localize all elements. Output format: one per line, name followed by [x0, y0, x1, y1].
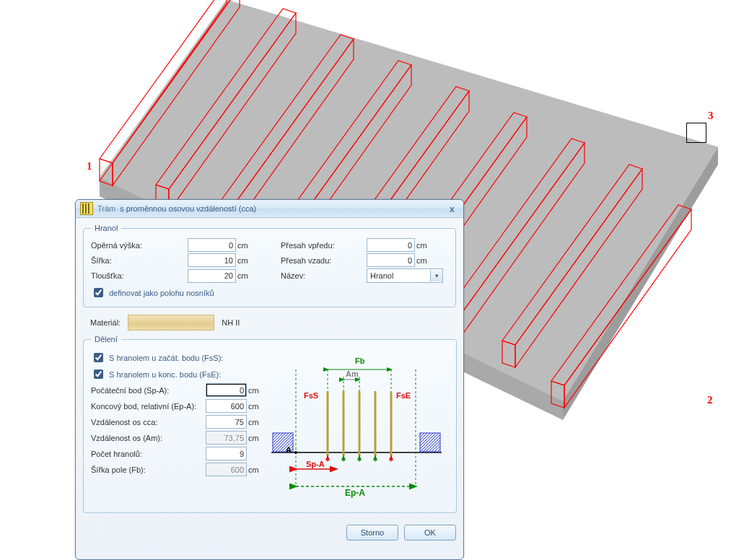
input-pocet[interactable]: [206, 447, 247, 460]
label-def-nosniku: definovat jako polohu nosníků: [109, 289, 214, 297]
label-fss: S hranolem u začát. bodu (FsS):: [109, 354, 223, 362]
label-operna-vyska: Opěrná výška:: [91, 241, 185, 250]
schematic-diagram: Fb Am FsS FsE: [264, 348, 449, 507]
combo-nazev[interactable]: Hranol ▾: [367, 268, 443, 283]
label-ep-a: Koncový bod, relativní (Ep-A):: [91, 402, 203, 411]
beam-dialog: Trám s proměnnou osovou vzdáleností (cca…: [75, 199, 464, 560]
label-material: Materiál:: [90, 318, 121, 327]
label-nazev: Název:: [281, 271, 364, 280]
group-hranol: Hranol Opěrná výška: cm Přesah vpředu: c…: [83, 224, 456, 307]
svg-text:FsS: FsS: [304, 391, 318, 400]
checkbox-fss[interactable]: [94, 353, 103, 362]
input-presah-vzadu[interactable]: [367, 253, 415, 267]
marker-1: 1: [87, 160, 92, 172]
pick-cursor: [686, 123, 706, 143]
input-tloustka[interactable]: [188, 269, 236, 283]
dialog-buttons: Storno OK: [76, 520, 463, 546]
label-fse: S hranolem u konc. bodu (FsE):: [109, 370, 221, 379]
unit-cm: cm: [416, 241, 432, 250]
chevron-down-icon[interactable]: ▾: [430, 270, 442, 281]
group-deleni: Dělení S hranolem u začát. bodu (FsS): S…: [83, 335, 457, 513]
input-presah-vpredu[interactable]: [367, 238, 415, 252]
input-am: [206, 431, 247, 445]
material-code: NH II: [222, 318, 240, 327]
app-icon: [80, 202, 93, 215]
dialog-titlebar[interactable]: Trám s proměnnou osovou vzdáleností (cca…: [76, 200, 463, 218]
input-operna-vyska[interactable]: [188, 238, 236, 252]
material-swatch[interactable]: [128, 315, 214, 331]
label-am: Vzdálenost os (Am):: [91, 434, 203, 442]
checkbox-def-nosniku[interactable]: [94, 288, 103, 297]
label-presah-vzadu: Přesah vzadu:: [281, 256, 364, 265]
input-ep-a[interactable]: [206, 399, 247, 413]
marker-3: 3: [708, 110, 714, 122]
marker-2: 2: [707, 394, 713, 406]
combo-nazev-value: Hranol: [367, 271, 430, 280]
group-deleni-legend: Dělení: [91, 335, 121, 344]
svg-text:Fb: Fb: [355, 356, 365, 365]
group-hranol-legend: Hranol: [91, 224, 121, 232]
label-fb: Šířka pole (Fb):: [91, 465, 203, 474]
material-row: Materiál: NH II: [83, 312, 456, 335]
checkbox-fse[interactable]: [94, 369, 103, 379]
dialog-title-sub: s proměnnou osovou vzdáleností (cca): [120, 204, 256, 213]
input-vzd-cca[interactable]: [206, 415, 247, 429]
svg-rect-31: [420, 433, 440, 452]
label-tloustka: Tloušťka:: [91, 271, 185, 280]
label-sirka: Šířka:: [91, 256, 185, 265]
input-fb: [206, 463, 247, 476]
label-sp-a: Počáteční bod (Sp-A):: [91, 386, 203, 395]
unit-cm: cm: [237, 241, 253, 250]
input-sp-a[interactable]: [206, 383, 247, 397]
label-pocet: Počet hranolů:: [91, 450, 203, 458]
svg-point-54: [294, 451, 297, 454]
close-button[interactable]: x: [445, 203, 459, 215]
label-presah-vpredu: Přesah vpředu:: [281, 241, 364, 250]
cancel-button[interactable]: Storno: [346, 525, 398, 541]
label-vzd-cca: Vzdálenost os cca:: [91, 418, 203, 426]
svg-text:FsE: FsE: [396, 391, 411, 400]
ok-button[interactable]: OK: [404, 525, 456, 541]
dialog-title-main: Trám: [97, 204, 115, 213]
svg-text:Am: Am: [346, 369, 359, 378]
input-sirka[interactable]: [188, 253, 236, 267]
svg-text:A: A: [286, 445, 292, 454]
svg-text:Ep-A: Ep-A: [345, 488, 365, 498]
svg-text:Sp-A: Sp-A: [306, 460, 325, 468]
